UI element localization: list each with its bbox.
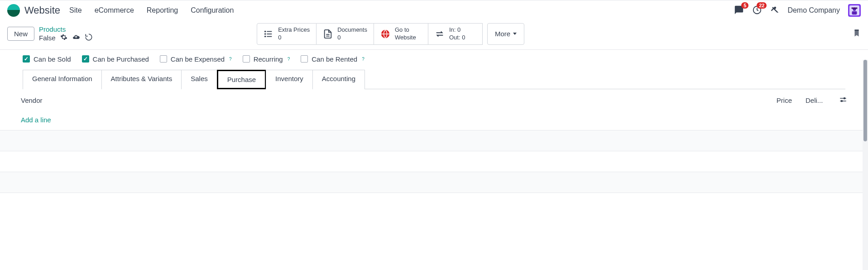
activities-button[interactable]: 22	[752, 5, 762, 16]
svg-point-9	[265, 36, 266, 37]
breadcrumb: Products False	[39, 25, 93, 43]
svg-rect-4	[852, 8, 858, 9]
nav-site[interactable]: Site	[69, 6, 82, 14]
control-bar: New Products False Extra Prices 0	[0, 20, 868, 50]
table-columns-settings[interactable]	[839, 96, 847, 105]
vendor-table: Vendor Price Deli... Add a line	[0, 89, 868, 213]
stat-in-label: In: 0	[449, 26, 465, 34]
table-header-row: Vendor Price Deli...	[0, 89, 868, 111]
breadcrumb-parent[interactable]: Products	[39, 25, 93, 33]
tab-general-information[interactable]: General Information	[23, 70, 102, 89]
stat-in-out[interactable]: In: 0 Out: 0	[428, 23, 483, 45]
globe-icon	[380, 29, 390, 39]
avatar-icon	[849, 5, 859, 15]
scrollbar[interactable]	[863, 60, 868, 213]
tab-inventory[interactable]: Inventory	[266, 70, 313, 89]
check-can-be-rented[interactable]: Can be Rented?	[301, 55, 364, 63]
tab-purchase[interactable]: Purchase	[217, 70, 266, 89]
app-title[interactable]: Website	[24, 5, 60, 16]
more-button[interactable]: More	[487, 23, 524, 45]
company-switcher[interactable]: Demo Company	[787, 6, 840, 14]
svg-point-15	[841, 100, 843, 101]
tab-attributes-variants[interactable]: Attributes & Variants	[101, 70, 182, 89]
stat-go-website[interactable]: Go to Website	[374, 23, 428, 45]
table-row	[0, 130, 868, 151]
product-options-row: Can be Sold Can be Purchased Can be Expe…	[9, 50, 859, 69]
messages-button[interactable]: 5	[734, 5, 744, 16]
check-can-be-sold[interactable]: Can be Sold	[23, 55, 71, 63]
app-logo[interactable]	[7, 4, 20, 17]
content-area: Can be Sold Can be Purchased Can be Expe…	[0, 50, 868, 89]
undo-icon	[85, 33, 93, 41]
cloud-icon	[72, 33, 80, 41]
stat-documents-label: Documents	[337, 26, 367, 34]
check-can-be-expensed[interactable]: Can be Expensed?	[160, 55, 232, 63]
nav-ecommerce[interactable]: eCommerce	[95, 6, 134, 14]
checkbox-icon	[160, 55, 167, 63]
tab-sales[interactable]: Sales	[181, 70, 217, 89]
product-tabs: General Information Attributes & Variant…	[23, 69, 845, 89]
column-price[interactable]: Price	[756, 96, 792, 104]
svg-rect-3	[852, 11, 857, 14]
user-avatar[interactable]	[848, 4, 861, 17]
cloud-upload-button[interactable]	[72, 33, 80, 43]
nav-reporting[interactable]: Reporting	[147, 6, 178, 14]
checkbox-icon	[82, 55, 89, 63]
column-delivery[interactable]: Deli...	[806, 96, 833, 104]
bookmark-button[interactable]	[853, 28, 861, 39]
help-icon[interactable]: ?	[288, 57, 290, 62]
checkbox-icon	[23, 55, 30, 63]
table-row	[0, 193, 868, 213]
stat-extra-prices-value: 0	[278, 34, 310, 42]
activities-badge: 22	[757, 2, 767, 9]
check-purchased-label: Can be Purchased	[93, 55, 149, 63]
checkbox-icon	[243, 55, 250, 63]
settings-button[interactable]	[60, 34, 67, 42]
stat-extra-prices[interactable]: Extra Prices 0	[257, 23, 317, 45]
breadcrumb-current: False	[39, 34, 56, 42]
nav-configuration[interactable]: Configuration	[191, 6, 234, 14]
stat-buttons: Extra Prices 0 Documents 0 Go to Website…	[257, 23, 524, 45]
stat-extra-prices-label: Extra Prices	[278, 26, 310, 34]
svg-point-5	[265, 31, 266, 32]
messages-badge: 5	[741, 2, 748, 9]
table-row	[0, 172, 868, 193]
check-rented-label: Can be Rented	[312, 55, 357, 63]
list-icon	[264, 29, 273, 39]
table-row: Add a line	[0, 111, 868, 130]
stat-go-to-label: Go to	[395, 26, 416, 34]
sliders-icon	[839, 96, 847, 104]
check-can-be-purchased[interactable]: Can be Purchased	[82, 55, 149, 63]
check-expensed-label: Can be Expensed	[171, 55, 225, 63]
add-line-button[interactable]: Add a line	[21, 116, 51, 124]
help-icon[interactable]: ?	[229, 57, 232, 62]
stat-out-label: Out: 0	[449, 34, 465, 42]
debug-button[interactable]	[770, 5, 779, 16]
help-icon[interactable]: ?	[362, 57, 364, 62]
svg-point-7	[265, 34, 266, 34]
checkbox-icon	[301, 55, 308, 63]
bookmark-icon	[853, 28, 861, 38]
more-label: More	[495, 30, 510, 38]
tools-icon	[770, 5, 779, 14]
scrollbar-thumb[interactable]	[863, 60, 867, 141]
tab-accounting[interactable]: Accounting	[312, 70, 365, 89]
stat-website-label: Website	[395, 34, 416, 42]
new-button[interactable]: New	[7, 27, 34, 41]
stat-documents-value: 0	[337, 34, 367, 42]
table-row	[0, 151, 868, 172]
column-vendor[interactable]: Vendor	[21, 96, 756, 104]
discard-button[interactable]	[85, 33, 93, 43]
document-icon	[323, 29, 333, 39]
check-recurring[interactable]: Recurring?	[243, 55, 290, 63]
transfer-icon	[435, 29, 445, 39]
check-sold-label: Can be Sold	[34, 55, 71, 63]
top-nav: Website Site eCommerce Reporting Configu…	[0, 0, 868, 20]
gear-icon	[60, 34, 67, 41]
stat-documents[interactable]: Documents 0	[317, 23, 374, 45]
caret-down-icon	[513, 33, 517, 35]
check-recurring-label: Recurring	[254, 55, 283, 63]
svg-point-13	[844, 97, 845, 99]
